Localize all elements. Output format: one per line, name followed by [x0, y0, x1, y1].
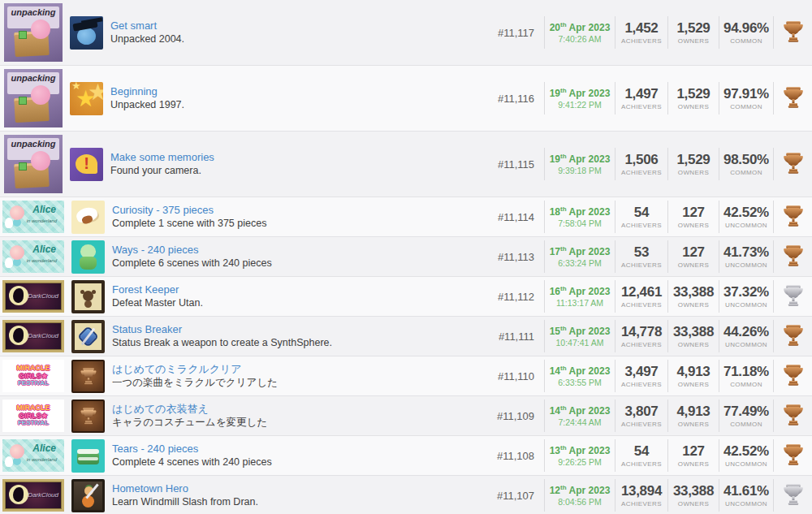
earned-time: 6:33:55 PM: [545, 378, 615, 387]
rarity-percent: 77.49%: [719, 404, 773, 420]
achievement-row[interactable]: DarkCloud Status Breaker Status Break a …: [0, 317, 812, 356]
achievers-label: ACHIEVERS: [615, 261, 667, 269]
achievement-row[interactable]: MIRACLEGIRLS★FESTIVAL はじめての衣装替え キャラのコスチュ…: [0, 396, 812, 436]
achievement-row[interactable]: unpacking Beginning Unpacked 1997. #11,1…: [0, 66, 812, 132]
rarity-cell: 42.52% UNCOMMON: [719, 205, 773, 229]
green-cake-icon[interactable]: [71, 439, 105, 473]
achievement-text-block: Get smart Unpacked 2004.: [110, 19, 492, 46]
master-utan-icon[interactable]: [71, 280, 105, 313]
achievement-description: 一つの楽曲をミラクルでクリアした: [112, 376, 492, 390]
rarity-cell: 41.61% UNCOMMON: [719, 483, 773, 508]
owners-label: OWNERS: [668, 341, 719, 348]
trophy-cell: [774, 322, 812, 350]
trophy-cell: [774, 402, 812, 430]
graduation-smiley-icon[interactable]: [70, 16, 103, 50]
achievement-title-link[interactable]: Status Breaker: [112, 322, 492, 337]
achievement-list: unpacking Get smart Unpacked 2004. #11,1…: [0, 0, 812, 514]
trophy-cell: [774, 362, 812, 390]
winged-goblet-icon[interactable]: [71, 400, 105, 433]
earned-date-cell: 15thApr 2023 10:47:41 AM: [545, 325, 615, 348]
trophy-cell: [774, 243, 812, 270]
alice-in-wonderland-game-art[interactable]: Alicein wonderland: [2, 201, 64, 233]
achievement-title-link[interactable]: はじめてのミラクルクリア: [112, 362, 492, 377]
alice-in-wonderland-game-art[interactable]: Alicein wonderland: [2, 240, 64, 273]
bronze-trophy-icon: [781, 442, 806, 469]
achievement-text-block: はじめての衣装替え キャラのコスチュームを変更した: [112, 402, 492, 430]
achievement-title-link[interactable]: Curiosity - 375 pieces: [112, 203, 492, 218]
winged-goblet-icon[interactable]: [71, 360, 105, 393]
achievement-title-link[interactable]: Forest Keeper: [112, 283, 492, 297]
owners-label: OWNERS: [668, 301, 719, 309]
achievement-text-block: はじめてのミラクルクリア 一つの楽曲をミラクルでクリアした: [112, 362, 492, 390]
miracle-girls-festival-game-art[interactable]: MIRACLEGIRLS★FESTIVAL: [2, 360, 64, 392]
owners-count: 127: [668, 205, 719, 221]
achievers-count: 3,807: [615, 404, 667, 420]
rank-value: #11,109: [492, 410, 544, 422]
green-mouse-icon[interactable]: [71, 240, 105, 274]
rarity-percent: 42.52%: [719, 205, 773, 221]
achievement-title-link[interactable]: Beginning: [110, 84, 492, 99]
unpacking-game-art[interactable]: unpacking: [4, 135, 63, 193]
owners-cell: 1,529 OWNERS: [668, 152, 719, 176]
achievement-title-link[interactable]: Ways - 240 pieces: [112, 243, 492, 257]
owners-label: OWNERS: [668, 103, 719, 110]
achievement-description: Found your camera.: [110, 164, 492, 178]
dark-cloud-game-art[interactable]: DarkCloud: [2, 320, 64, 352]
sword-swing-character-icon[interactable]: [71, 479, 105, 512]
achievement-row[interactable]: Alicein wonderland Curiosity - 375 piece…: [0, 197, 812, 237]
exclamation-bubble-icon[interactable]: [70, 148, 103, 181]
achievement-title-link[interactable]: Get smart: [110, 19, 492, 33]
rarity-percent: 97.91%: [719, 86, 773, 102]
rarity-cell: 71.18% COMMON: [719, 364, 773, 388]
alice-in-wonderland-game-art[interactable]: Alicein wonderland: [2, 439, 64, 472]
achievement-title-link[interactable]: はじめての衣装替え: [112, 402, 492, 417]
achievers-count: 3,497: [615, 364, 667, 380]
earned-date: 20thApr 2023: [545, 21, 615, 33]
gold-star-icon[interactable]: [70, 82, 103, 115]
rarity-label: COMMON: [719, 37, 773, 45]
achievement-row[interactable]: DarkCloud Forest Keeper Defeat Master Ut…: [0, 277, 812, 317]
bronze-trophy-icon: [781, 84, 806, 112]
achievers-label: ACHIEVERS: [615, 103, 667, 110]
rank-value: #11,113: [492, 251, 544, 263]
synthsphere-sword-icon[interactable]: [71, 320, 105, 353]
earned-date: 19thApr 2023: [545, 87, 615, 99]
achievers-cell: 54 ACHIEVERS: [615, 205, 667, 229]
dark-cloud-game-art[interactable]: DarkCloud: [2, 479, 64, 512]
achievement-title-link[interactable]: Make some memories: [110, 150, 492, 165]
earned-time: 7:24:44 AM: [545, 417, 615, 427]
achievers-label: ACHIEVERS: [615, 222, 667, 229]
achievers-label: ACHIEVERS: [615, 37, 667, 45]
achievement-title-link[interactable]: Tears - 240 pieces: [112, 442, 492, 456]
owners-cell: 127 OWNERS: [668, 443, 719, 468]
achievement-row[interactable]: unpacking Make some memories Found your …: [0, 132, 812, 197]
achievers-label: ACHIEVERS: [615, 301, 667, 309]
achievers-cell: 12,461 ACHIEVERS: [615, 284, 667, 309]
achievers-count: 53: [615, 244, 667, 261]
miracle-girls-festival-game-art[interactable]: MIRACLEGIRLS★FESTIVAL: [2, 400, 64, 432]
achievement-text-block: Ways - 240 pieces Complete 6 scenes with…: [112, 243, 492, 270]
earned-date-cell: 18thApr 2023 7:58:04 PM: [545, 205, 615, 228]
dark-cloud-game-art[interactable]: DarkCloud: [2, 280, 64, 313]
rarity-cell: 41.73% UNCOMMON: [719, 244, 773, 269]
bronze-trophy-icon: [781, 19, 806, 46]
unpacking-game-art[interactable]: unpacking: [4, 3, 63, 62]
achievement-row[interactable]: Alicein wonderland Tears - 240 pieces Co…: [0, 436, 812, 476]
achievement-row[interactable]: MIRACLEGIRLS★FESTIVAL はじめてのミラクルクリア 一つの楽曲…: [0, 356, 812, 396]
owners-label: OWNERS: [668, 222, 719, 229]
owners-label: OWNERS: [668, 381, 719, 388]
trophy-cell: [774, 283, 812, 310]
white-rabbit-icon[interactable]: [71, 201, 105, 234]
achievement-row[interactable]: Alicein wonderland Ways - 240 pieces Com…: [0, 237, 812, 277]
achievement-description: Complete 6 scenes with 240 pieces: [112, 257, 492, 270]
silver-trophy-icon: [781, 283, 806, 310]
unpacking-game-art[interactable]: unpacking: [4, 69, 63, 127]
achievement-title-link[interactable]: Hometown Hero: [112, 482, 492, 496]
earned-time: 10:47:41 AM: [545, 338, 615, 348]
achievement-row[interactable]: DarkCloud Hometown Hero Learn Windmill S…: [0, 476, 812, 514]
rarity-label: COMMON: [719, 169, 773, 176]
earned-date: 14thApr 2023: [545, 404, 615, 417]
achievement-row[interactable]: unpacking Get smart Unpacked 2004. #11,1…: [0, 0, 812, 66]
achievement-text-block: Hometown Hero Learn Windmill Slash from …: [112, 482, 492, 509]
achievement-text-block: Status Breaker Status Break a weapon to …: [112, 322, 492, 350]
